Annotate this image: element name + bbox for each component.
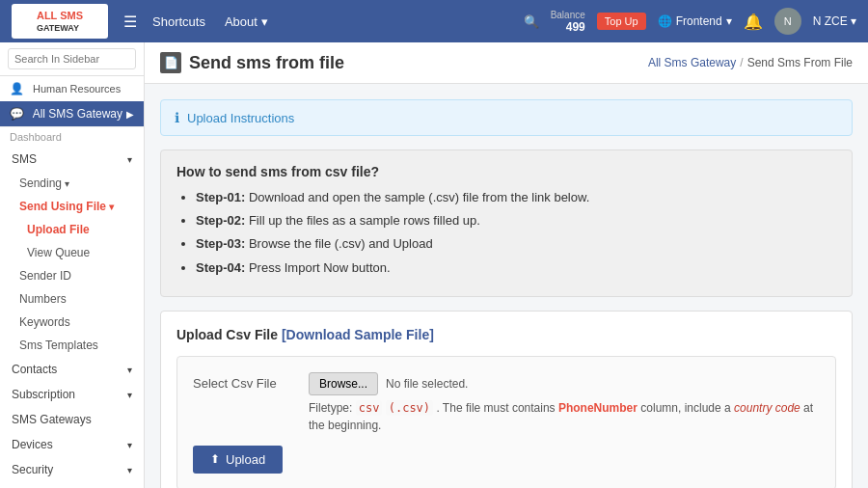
page-title-icon: 📄 [160, 52, 181, 73]
sidebar-item-contacts[interactable]: Contacts ▾ [0, 357, 144, 382]
sms-icon: 💬 [10, 107, 24, 121]
page-title: 📄 Send sms from file [160, 52, 344, 73]
breadcrumb-current: Send Sms From File [747, 56, 853, 69]
sidebar-item-reports[interactable]: Reports ▾ [0, 482, 144, 488]
topup-button[interactable]: Top Up [597, 13, 646, 30]
frontend-button[interactable]: 🌐 Frontend ▾ [658, 14, 732, 28]
sidebar-item-sms[interactable]: SMS ▾ [0, 147, 144, 172]
phone-col: PhoneNumber [558, 401, 637, 415]
no-file-label: No file selected. [386, 377, 468, 391]
expand-arrow-icon: ▶ [126, 109, 134, 120]
list-item: Step-03: Browse the file (.csv) and Uplo… [196, 235, 836, 253]
sidebar: 👤 Human Resources 💬 All SMS Gateway ▶ Da… [0, 42, 145, 488]
avatar: N [774, 8, 801, 35]
user-name[interactable]: N ZCE ▾ [813, 14, 856, 28]
balance-box: Balance 499 [551, 10, 585, 34]
sidebar-item-subscription[interactable]: Subscription ▾ [0, 382, 144, 407]
form-input-area: Browse... No file selected. Filetype: cs… [309, 372, 820, 434]
upload-instructions-label: Upload Instructions [187, 111, 294, 125]
hamburger-icon[interactable]: ☰ [123, 13, 137, 31]
upload-instructions-banner[interactable]: ℹ Upload Instructions [160, 99, 853, 136]
list-item: Step-01: Download and open the sample (.… [196, 189, 836, 206]
file-input-row: Browse... No file selected. [309, 372, 820, 395]
expand-arrow-security-icon: ▾ [127, 465, 132, 475]
expand-arrow-file-icon: ▾ [109, 202, 114, 212]
country-code: country code [734, 401, 800, 415]
topnav-links: Shortcuts About ▾ [152, 14, 524, 29]
form-label-csv: Select Csv File [193, 372, 309, 391]
how-to-title: How to send sms from csv file? [176, 164, 836, 179]
steps-list: Step-01: Download and open the sample (.… [176, 189, 836, 277]
how-to-box: How to send sms from csv file? Step-01: … [160, 149, 853, 297]
sidebar-item-all-sms[interactable]: 💬 All SMS Gateway ▶ [0, 101, 144, 126]
list-item: Step-04: Press Import Now button. [196, 259, 836, 277]
sidebar-item-sending[interactable]: Sending ▾ [0, 172, 144, 195]
sidebar-item-devices[interactable]: Devices ▾ [0, 432, 144, 457]
shortcuts-link[interactable]: Shortcuts [152, 14, 205, 29]
expand-arrow-contacts-icon: ▾ [127, 365, 132, 375]
content-body: ℹ Upload Instructions How to send sms fr… [145, 84, 868, 488]
upload-csv-title: Upload Csv File [Download Sample File] [176, 327, 836, 342]
sidebar-item-upload-file[interactable]: Upload File [0, 218, 144, 241]
upload-csv-box: Upload Csv File [Download Sample File] S… [160, 311, 853, 488]
balance-value: 499 [566, 20, 585, 34]
content-area: 📄 Send sms from file All Sms Gateway / S… [145, 42, 868, 488]
sidebar-item-human-resources[interactable]: 👤 Human Resources [0, 76, 144, 101]
sidebar-item-numbers[interactable]: Numbers [0, 287, 144, 311]
upload-icon: ⬆ [210, 452, 220, 466]
expand-arrow-sending-icon: ▾ [65, 178, 69, 189]
sidebar-item-security[interactable]: Security ▾ [0, 457, 144, 482]
logo: ALL SMS GATEWAY [12, 4, 108, 39]
logo-gateway: GATEWAY [37, 23, 79, 33]
csv-code1: csv [356, 400, 383, 416]
main-layout: 👤 Human Resources 💬 All SMS Gateway ▶ Da… [0, 42, 868, 488]
upload-form: Select Csv File Browse... No file select… [176, 356, 836, 488]
topnav: ALL SMS GATEWAY ☰ Shortcuts About ▾ 🔍 Ba… [0, 0, 868, 42]
search-icon[interactable]: 🔍 [524, 14, 539, 29]
bell-icon[interactable]: 🔔 [744, 13, 763, 31]
filetype-hint: Filetype: csv (.csv) . The file must con… [309, 399, 820, 434]
user-icon: 👤 [10, 82, 24, 95]
sidebar-item-sender-id[interactable]: Sender ID [0, 264, 144, 287]
expand-arrow-sms-icon: ▾ [127, 154, 132, 165]
sidebar-item-sms-gateways[interactable]: SMS Gateways [0, 407, 144, 432]
csv-code2: (.csv) [386, 400, 433, 416]
sidebar-item-keywords[interactable]: Keywords [0, 311, 144, 334]
sidebar-search [0, 42, 144, 76]
search-input[interactable] [8, 48, 136, 69]
upload-button[interactable]: ⬆ Upload [193, 446, 283, 474]
breadcrumb-home[interactable]: All Sms Gateway [648, 56, 736, 69]
topnav-right: 🔍 Balance 499 Top Up 🌐 Frontend ▾ 🔔 N N … [524, 8, 856, 35]
breadcrumb: All Sms Gateway / Send Sms From File [648, 56, 853, 69]
sidebar-item-view-queue[interactable]: View Queue [0, 241, 144, 264]
browse-button[interactable]: Browse... [309, 372, 378, 395]
logo-all: ALL SMS [37, 10, 83, 21]
balance-label: Balance [551, 10, 585, 20]
globe-icon: 🌐 [658, 14, 672, 28]
download-sample-link[interactable]: [Download Sample File] [282, 327, 434, 342]
expand-arrow-devices-icon: ▾ [127, 440, 132, 450]
breadcrumb-sep: / [740, 56, 743, 69]
content-header: 📄 Send sms from file All Sms Gateway / S… [145, 42, 868, 84]
sidebar-item-send-using-file[interactable]: Send Using File ▾ [0, 195, 144, 218]
sidebar-dashboard-label: Dashboard [0, 126, 144, 147]
about-link[interactable]: About ▾ [225, 14, 268, 29]
info-icon: ℹ [175, 110, 179, 125]
list-item: Step-02: Fill up the files as a sample r… [196, 212, 836, 230]
expand-arrow-sub-icon: ▾ [127, 390, 132, 400]
sidebar-item-sms-templates[interactable]: Sms Templates [0, 334, 144, 357]
form-row-csv: Select Csv File Browse... No file select… [193, 372, 820, 434]
